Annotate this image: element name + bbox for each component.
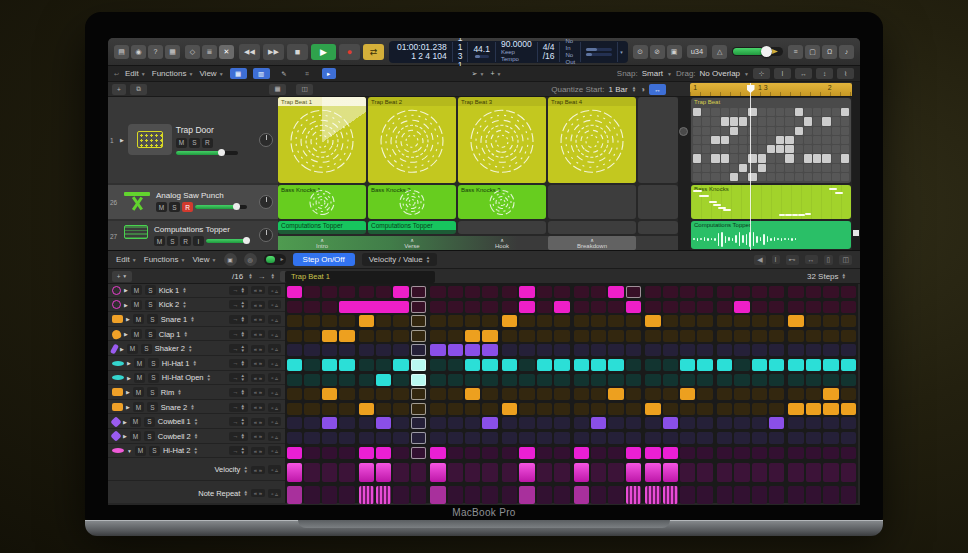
step-cell[interactable] xyxy=(591,301,606,313)
step-cell[interactable] xyxy=(537,403,552,415)
step-cell[interactable] xyxy=(287,432,302,444)
link-icon[interactable]: ↔ xyxy=(649,84,666,95)
row-mute-button[interactable]: M xyxy=(131,285,142,295)
step-cell[interactable] xyxy=(806,359,821,371)
step-cell[interactable] xyxy=(465,330,480,342)
row-direction-control[interactable]: → ▲▼ xyxy=(229,330,247,339)
step-cell[interactable] xyxy=(680,388,695,400)
quantize-stepper[interactable]: ▲▼ xyxy=(632,86,636,93)
step-cell[interactable] xyxy=(823,301,838,313)
step-cell[interactable] xyxy=(788,344,803,356)
row-disclosure-icon[interactable]: ▶ xyxy=(124,302,128,308)
step-cell[interactable] xyxy=(626,417,641,429)
step-cell[interactable] xyxy=(645,359,660,371)
loop-cell[interactable]: Trap Beat 3 xyxy=(458,97,546,183)
step-cell[interactable] xyxy=(411,301,426,313)
step-cell[interactable] xyxy=(608,388,623,400)
step-cell[interactable] xyxy=(287,417,302,429)
step-cell[interactable] xyxy=(482,432,497,444)
crossfade-icon[interactable]: I xyxy=(774,68,791,79)
step-cell[interactable] xyxy=(752,315,767,327)
browsers-icon[interactable]: ♪ xyxy=(839,45,854,59)
step-cell[interactable] xyxy=(359,330,374,342)
divider-toggle-icon[interactable] xyxy=(679,127,688,136)
row-direction-control[interactable]: → ▲▼ xyxy=(229,315,247,324)
velocity-cell[interactable] xyxy=(717,463,732,482)
zoom-preset-icon[interactable]: ⌇ xyxy=(837,68,854,79)
step-cell[interactable] xyxy=(359,344,374,356)
step-cell[interactable] xyxy=(465,301,480,313)
row-name[interactable]: Hi-Hat 2 xyxy=(163,446,191,455)
note-pads-icon[interactable]: ▢ xyxy=(805,45,820,59)
step-cell[interactable] xyxy=(554,344,569,356)
zoom-v-icon[interactable]: ↕ xyxy=(816,68,833,79)
playhead-line[interactable] xyxy=(750,83,751,250)
velocity-cell[interactable] xyxy=(806,463,821,482)
add-row-button[interactable]: + ▼ xyxy=(112,271,132,282)
step-cell[interactable] xyxy=(663,374,678,386)
row-direction-control[interactable]: → ▲▼ xyxy=(229,403,247,412)
row-stepper[interactable]: ▲▼ xyxy=(207,374,211,381)
step-cell[interactable] xyxy=(430,417,445,429)
list-editors-icon[interactable]: ≡ xyxy=(788,45,803,59)
note-repeat-cell[interactable] xyxy=(823,486,838,504)
note-repeat-cell[interactable] xyxy=(359,486,374,504)
step-cell[interactable] xyxy=(769,330,784,342)
row-mute-button[interactable]: M xyxy=(131,300,142,310)
step-cell[interactable] xyxy=(430,432,445,444)
step-cell[interactable] xyxy=(769,301,784,313)
step-cell[interactable] xyxy=(339,344,354,356)
step-cell[interactable] xyxy=(574,359,589,371)
step-cell[interactable] xyxy=(393,315,408,327)
loop-cell[interactable]: Computations Topper xyxy=(368,221,456,234)
row-rotate-control[interactable]: « » xyxy=(251,315,265,323)
step-cell[interactable] xyxy=(591,374,606,386)
step-cell[interactable] xyxy=(663,330,678,342)
step-cell[interactable] xyxy=(430,315,445,327)
step-cell[interactable] xyxy=(663,388,678,400)
step-cell[interactable] xyxy=(645,417,660,429)
row-stepper[interactable]: ▲▼ xyxy=(193,447,197,454)
step-cell[interactable] xyxy=(608,417,623,429)
step-cell[interactable] xyxy=(841,417,856,429)
step-cell[interactable] xyxy=(806,374,821,386)
sequencer-row-clap-1[interactable]: ▶MSClap 1▲▼→ ▲▼« »▫ ▵ xyxy=(108,328,285,342)
row-disclosure-icon[interactable]: ▶ xyxy=(126,389,130,395)
step-cell[interactable] xyxy=(359,374,374,386)
step-cell[interactable] xyxy=(322,359,337,371)
step-cell[interactable] xyxy=(752,432,767,444)
step-cell[interactable] xyxy=(411,374,426,386)
record-button[interactable] xyxy=(339,44,360,60)
step-cell[interactable] xyxy=(626,447,641,459)
step-cell[interactable] xyxy=(734,286,749,298)
step-cell[interactable] xyxy=(608,315,623,327)
step-cell[interactable] xyxy=(554,330,569,342)
step-cell[interactable] xyxy=(376,359,391,371)
note-repeat-cell[interactable] xyxy=(626,486,641,504)
step-cell[interactable] xyxy=(339,359,354,371)
row-extra-control[interactable]: ▫ ▵ xyxy=(268,403,281,412)
note-repeat-cell[interactable] xyxy=(574,486,589,504)
step-cell[interactable] xyxy=(430,374,445,386)
velocity-cell[interactable] xyxy=(697,463,712,482)
row-rotate-control[interactable]: « » xyxy=(251,301,265,309)
step-cell[interactable] xyxy=(717,417,732,429)
step-cell[interactable] xyxy=(788,403,803,415)
step-cell[interactable] xyxy=(823,388,838,400)
step-cell[interactable] xyxy=(554,432,569,444)
step-cell[interactable] xyxy=(537,330,552,342)
step-cell[interactable] xyxy=(717,330,732,342)
seq-menu-edit[interactable]: Edit▼ xyxy=(116,255,137,264)
row-extra-control[interactable]: ▫ ▵ xyxy=(268,330,281,339)
lcd-display[interactable]: 01:00:01.238 1 2 4 104 1 1 1 1 3 1 1 1 4… xyxy=(389,41,628,63)
row-disclosure-icon[interactable]: ▶ xyxy=(126,316,130,322)
step-cell[interactable] xyxy=(841,374,856,386)
step-cell[interactable] xyxy=(806,315,821,327)
step-cell[interactable] xyxy=(482,359,497,371)
step-cell[interactable] xyxy=(304,315,319,327)
step-cell[interactable] xyxy=(734,447,749,459)
step-cell[interactable] xyxy=(502,432,517,444)
step-cell[interactable] xyxy=(734,359,749,371)
step-cell[interactable] xyxy=(574,417,589,429)
step-cell[interactable] xyxy=(663,286,678,298)
